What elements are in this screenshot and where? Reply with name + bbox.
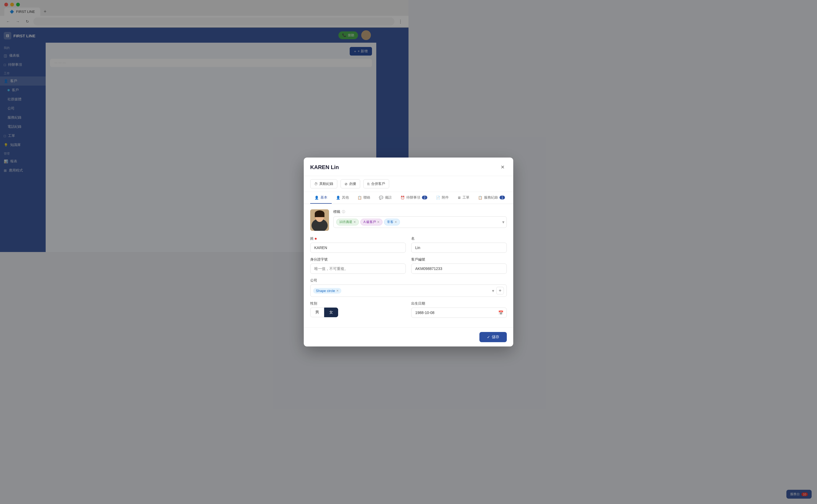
tab-todos-icon: ⏰ xyxy=(400,196,405,200)
anomaly-label: 異動紀錄 xyxy=(319,181,333,186)
tab-notes[interactable]: 💬 備註 xyxy=(375,192,396,204)
label-tag-birthday-remove[interactable]: ✕ xyxy=(353,220,356,224)
tab-other[interactable]: 👤 其他 xyxy=(332,192,353,204)
tab-contact[interactable]: 📋 聯絡 xyxy=(353,192,375,204)
labels-label: 標籤 ⓘ xyxy=(333,209,408,214)
modal-actions: ⏱ 異動紀錄 ⊘ 勿擾 ⎘ 合併客戶 xyxy=(304,176,408,192)
merge-icon: ⎘ xyxy=(367,182,370,186)
name-row: 姓 名 xyxy=(310,236,408,252)
merge-label: 合併客戶 xyxy=(371,181,385,186)
no-disturb-button[interactable]: ⊘ 勿擾 xyxy=(341,179,360,188)
tab-contact-label: 聯絡 xyxy=(363,195,370,200)
label-tag-vip[interactable]: A 級客戶 ✕ xyxy=(360,219,382,225)
required-indicator xyxy=(315,238,317,240)
anomaly-icon: ⏱ xyxy=(314,182,318,186)
anomaly-button[interactable]: ⏱ 異動紀錄 xyxy=(310,179,337,188)
labels-info-icon[interactable]: ⓘ xyxy=(342,210,345,214)
modal-header: KAREN Lin ✕ xyxy=(304,158,408,176)
label-tag-birthday[interactable]: 10月壽星 ✕ xyxy=(336,219,359,225)
modal-overlay[interactable]: KAREN Lin ✕ ⏱ 異動紀錄 ⊘ 勿擾 ⎘ 合併客戶 👤 基本 xyxy=(0,0,408,252)
tab-contact-icon: 📋 xyxy=(358,196,362,200)
tab-notes-icon: 💬 xyxy=(379,196,383,200)
label-tag-regular-remove[interactable]: ✕ xyxy=(395,220,397,224)
customer-modal: KAREN Lin ✕ ⏱ 異動紀錄 ⊘ 勿擾 ⎘ 合併客戶 👤 基本 xyxy=(304,158,408,252)
tab-basic-label: 基本 xyxy=(320,195,327,200)
tab-todos-label: 待辦事項 xyxy=(406,195,408,200)
merge-button[interactable]: ⎘ 合併客戶 xyxy=(363,179,389,188)
modal-body: 標籤 ⓘ 10月壽星 ✕ A 級客戶 ✕ 常客 xyxy=(304,204,408,252)
tab-basic[interactable]: 👤 基本 xyxy=(310,192,332,204)
label-tag-regular[interactable]: 常客 ✕ xyxy=(384,219,400,225)
modal-tabs: 👤 基本 👤 其他 📋 聯絡 💬 備註 ⏰ 待辦事項 2 📄 xyxy=(304,192,408,204)
profile-header: 標籤 ⓘ 10月壽星 ✕ A 級客戶 ✕ 常客 xyxy=(310,209,408,231)
tab-other-icon: 👤 xyxy=(336,196,340,200)
no-disturb-label: 勿擾 xyxy=(349,181,356,186)
tab-other-label: 其他 xyxy=(342,195,349,200)
labels-input[interactable]: 10月壽星 ✕ A 級客戶 ✕ 常客 ✕ ▾ xyxy=(333,216,408,228)
tab-todos[interactable]: ⏰ 待辦事項 2 xyxy=(396,192,408,204)
svg-rect-7 xyxy=(315,213,325,217)
label-tag-vip-remove[interactable]: ✕ xyxy=(377,220,380,224)
last-name-input[interactable] xyxy=(310,243,406,252)
tab-basic-icon: 👤 xyxy=(315,196,319,200)
last-name-label: 姓 xyxy=(310,236,406,241)
tab-notes-label: 備註 xyxy=(385,195,392,200)
last-name-group: 姓 xyxy=(310,236,406,252)
labels-section: 標籤 ⓘ 10月壽星 ✕ A 級客戶 ✕ 常客 xyxy=(333,209,408,228)
profile-avatar[interactable] xyxy=(310,209,329,231)
no-disturb-icon: ⊘ xyxy=(345,182,348,186)
modal-title: KAREN Lin xyxy=(310,164,339,170)
